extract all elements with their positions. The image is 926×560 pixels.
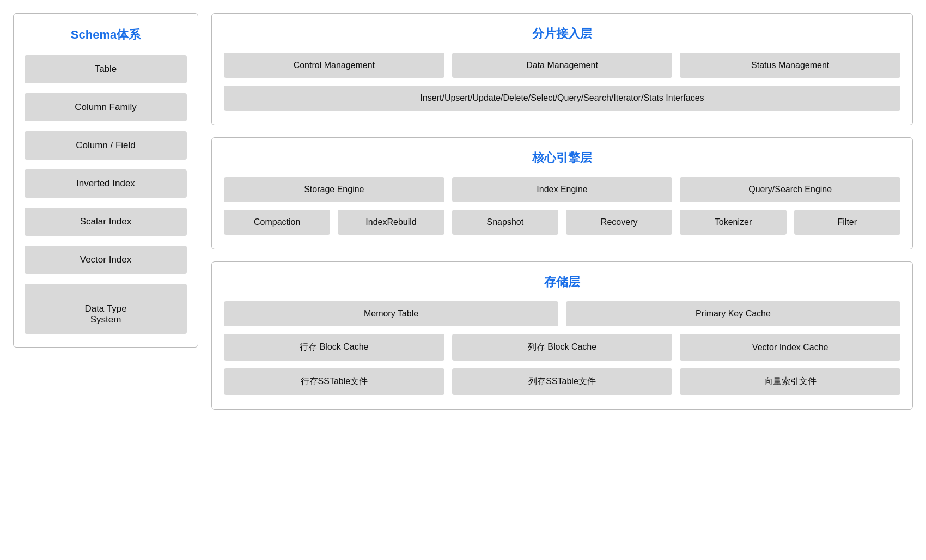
schema-item-column-field: Column / Field [25,131,187,160]
ingestion-layer: 分片接入层 Control Management Data Management… [211,13,913,125]
main-layout: Schema体系 Table Column Family Column / Fi… [13,13,913,410]
ingestion-row1: Control Management Data Management Statu… [224,53,900,78]
status-management: Status Management [680,53,900,78]
data-management: Data Management [452,53,673,78]
storage-layer: 存储层 Memory Table Primary Key Cache 行存 Bl… [211,261,913,410]
row-sstable: 行存SSTable文件 [224,368,444,395]
snapshot: Snapshot [452,210,558,235]
compaction: Compaction [224,210,330,235]
core-layer: 核心引擎层 Storage Engine Index Engine Query/… [211,137,913,249]
schema-item-table: Table [25,55,187,83]
col-sstable: 列存SSTable文件 [452,368,673,395]
interfaces-box: Insert/Upsert/Update/Delete/Select/Query… [224,86,900,111]
ingestion-row2: Insert/Upsert/Update/Delete/Select/Query… [224,86,900,111]
index-engine: Index Engine [452,177,673,202]
core-title: 核心引擎层 [224,150,900,166]
index-rebuild: IndexRebuild [338,210,444,235]
storage-row3: 行存SSTable文件 列存SSTable文件 向量索引文件 [224,368,900,395]
schema-item-inverted-index: Inverted Index [25,169,187,198]
ingestion-title: 分片接入层 [224,26,900,42]
vector-index-file: 向量索引文件 [680,368,900,395]
storage-title: 存储层 [224,274,900,290]
schema-title: Schema体系 [25,27,187,43]
storage-row1: Memory Table Primary Key Cache [224,301,900,326]
primary-key-cache: Primary Key Cache [566,301,900,326]
core-row1: Storage Engine Index Engine Query/Search… [224,177,900,202]
core-row2: Compaction IndexRebuild Snapshot Recover… [224,210,900,235]
row-block-cache: 行存 Block Cache [224,334,444,361]
schema-item-data-type-system: Data Type System [25,284,187,334]
left-panel: Schema体系 Table Column Family Column / Fi… [13,13,198,348]
storage-engine: Storage Engine [224,177,444,202]
memory-table: Memory Table [224,301,558,326]
schema-item-column-family: Column Family [25,93,187,121]
query-search-engine: Query/Search Engine [680,177,900,202]
vector-index-cache: Vector Index Cache [680,334,900,361]
recovery: Recovery [566,210,672,235]
schema-item-scalar-index: Scalar Index [25,208,187,236]
control-management: Control Management [224,53,444,78]
schema-item-vector-index: Vector Index [25,246,187,274]
storage-row2: 行存 Block Cache 列存 Block Cache Vector Ind… [224,334,900,361]
filter: Filter [794,210,900,235]
tokenizer: Tokenizer [680,210,786,235]
right-panels: 分片接入层 Control Management Data Management… [211,13,913,410]
col-block-cache: 列存 Block Cache [452,334,673,361]
